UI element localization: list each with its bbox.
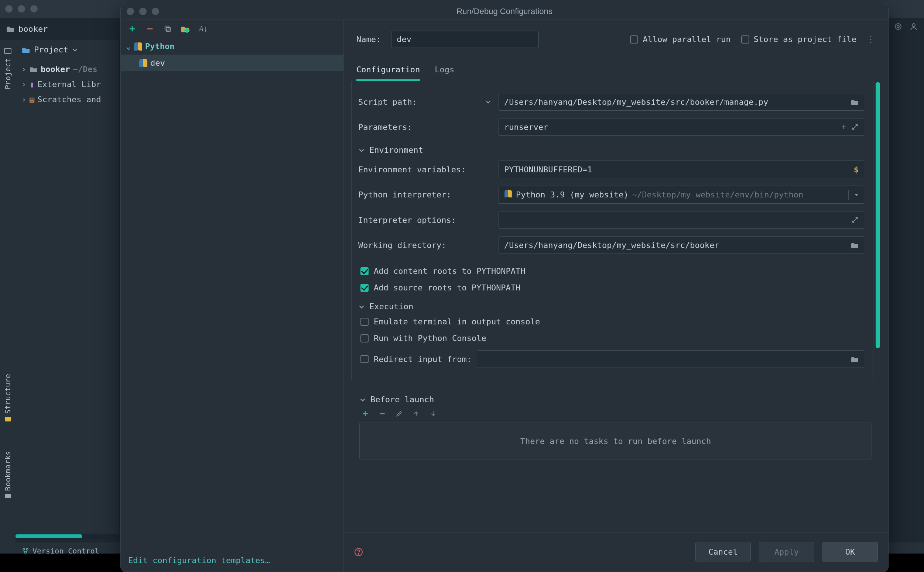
tree-ext-libs[interactable]: › ▮ External Libr <box>19 77 115 92</box>
structure-icon <box>5 417 11 421</box>
interp-opts-row: Interpreter options: <box>358 207 864 233</box>
tree-scratches[interactable]: › ▤ Scratches and <box>19 92 115 107</box>
window-controls <box>5 5 38 12</box>
python-icon <box>139 59 147 67</box>
emulate-terminal-label: Emulate terminal in output console <box>374 317 540 326</box>
project-h-scrollbar[interactable] <box>16 534 119 539</box>
svg-point-4 <box>23 549 25 550</box>
config-list-panel: A↓ ⌄ Python dev Edit configuration templ… <box>121 20 344 572</box>
copy-config-button[interactable] <box>163 24 173 34</box>
bl-remove-button[interactable] <box>379 410 386 417</box>
script-path-dropdown-button[interactable] <box>485 99 491 105</box>
breadcrumb-name: booker <box>19 24 48 34</box>
traffic-min[interactable] <box>18 5 25 12</box>
interp-opts-input[interactable] <box>499 211 864 229</box>
bl-up-button[interactable] <box>413 410 420 417</box>
tab-configuration-label: Configuration <box>356 65 420 74</box>
dialog-titlebar[interactable]: Run/Debug Configurations <box>121 3 888 20</box>
project-tool-icon[interactable] <box>3 47 12 55</box>
interpreter-row: Python interpreter: Python 3.9 (my_websi… <box>358 182 864 207</box>
help-button[interactable] <box>354 548 363 556</box>
target-icon[interactable] <box>894 22 902 31</box>
bl-down-button[interactable] <box>430 410 437 417</box>
user-icon[interactable] <box>909 22 918 31</box>
folder-icon <box>22 47 30 53</box>
interpreter-label: Python interpreter: <box>358 190 491 199</box>
name-label: Name: <box>356 35 381 44</box>
before-launch-section: Before launch There are no tasks to run … <box>359 389 872 459</box>
env-vars-edit-icon[interactable]: $ <box>854 165 859 174</box>
environment-section-header[interactable]: Environment <box>358 140 864 157</box>
tree-root[interactable]: › booker ~/Des <box>19 62 115 77</box>
form-scrollbar[interactable] <box>876 82 880 348</box>
dialog-traffic-close[interactable] <box>127 8 134 15</box>
expand-icon[interactable] <box>851 123 859 131</box>
python-console-label: Run with Python Console <box>374 334 486 343</box>
folder-config-button[interactable] <box>181 24 190 34</box>
script-path-row: Script path: /Users/hanyang/Desktop/my_w… <box>358 89 864 114</box>
browse-folder-icon[interactable] <box>851 241 859 249</box>
tab-configuration[interactable]: Configuration <box>356 65 420 81</box>
before-launch-header[interactable]: Before launch <box>359 389 872 406</box>
tree-scratches-label: Scratches and <box>37 95 101 104</box>
run-debug-config-dialog: Run/Debug Configurations A↓ ⌄ Python <box>120 3 888 572</box>
interpreter-dropdown-button[interactable] <box>848 190 864 200</box>
interpreter-select[interactable]: Python 3.9 (my_website) ~/Desktop/my_web… <box>499 186 864 204</box>
browse-folder-icon[interactable] <box>851 98 859 106</box>
config-toolbar: A↓ <box>121 20 343 37</box>
dialog-traffic-min[interactable] <box>139 8 146 15</box>
script-path-input[interactable]: /Users/hanyang/Desktop/my_website/src/bo… <box>499 93 864 111</box>
config-group-python[interactable]: ⌄ Python <box>121 38 343 54</box>
execution-section-header[interactable]: Execution <box>358 296 864 313</box>
svg-point-2 <box>912 23 915 26</box>
project-tree[interactable]: › booker ~/Des › ▮ External Libr › ▤ Scr… <box>16 59 119 109</box>
dialog-traffic-max[interactable] <box>152 8 159 15</box>
parameters-value: runserver <box>504 123 837 132</box>
bl-add-button[interactable] <box>361 410 369 417</box>
project-tool-label[interactable]: Project <box>3 58 12 89</box>
add-config-button[interactable] <box>128 24 137 34</box>
content-roots-checkbox[interactable]: Add content roots to PYTHONPATH <box>358 263 864 279</box>
chevron-down-icon[interactable] <box>72 47 78 53</box>
scrollbar-thumb[interactable] <box>16 535 82 538</box>
redirect-input-field[interactable] <box>477 350 864 368</box>
breadcrumb[interactable]: booker <box>7 20 48 37</box>
tab-logs-label: Logs <box>435 65 454 74</box>
dialog-window-controls <box>127 8 159 15</box>
tab-logs[interactable]: Logs <box>435 65 454 81</box>
emulate-terminal-checkbox[interactable]: Emulate terminal in output console <box>358 313 864 330</box>
allow-parallel-checkbox[interactable]: Allow parallel run <box>630 35 731 44</box>
python-console-checkbox[interactable]: Run with Python Console <box>358 330 864 347</box>
project-panel-header[interactable]: Project <box>16 40 119 59</box>
env-vars-input[interactable]: PYTHONUNBUFFERED=1 $ <box>499 160 864 178</box>
redirect-input-checkbox[interactable]: Redirect input from: <box>360 354 472 364</box>
source-roots-checkbox[interactable]: Add source roots to PYTHONPATH <box>358 279 864 296</box>
edit-templates-link[interactable]: Edit configuration templates… <box>121 549 343 572</box>
redirect-input-label: Redirect input from: <box>374 354 472 364</box>
config-item-dev[interactable]: dev <box>121 54 343 71</box>
more-options-button[interactable]: ⋮ <box>867 35 876 44</box>
sort-config-button[interactable]: A↓ <box>198 24 208 34</box>
traffic-max[interactable] <box>30 5 38 12</box>
svg-point-1 <box>897 25 899 28</box>
bookmarks-tool-label[interactable]: Bookmarks <box>3 451 12 491</box>
cancel-button[interactable]: Cancel <box>695 542 751 562</box>
browse-folder-icon[interactable] <box>851 355 859 363</box>
config-tree[interactable]: ⌄ Python dev <box>121 37 343 73</box>
apply-button[interactable]: Apply <box>759 542 814 562</box>
interpreter-path: ~/Desktop/my_website/env/bin/python <box>632 190 845 199</box>
expand-icon[interactable] <box>851 216 859 224</box>
structure-tool-label[interactable]: Structure <box>3 374 12 414</box>
before-launch-list[interactable]: There are no tasks to run before launch <box>359 423 872 459</box>
checkbox-box <box>360 318 369 326</box>
store-project-checkbox[interactable]: Store as project file <box>741 35 856 44</box>
name-input[interactable] <box>391 31 539 48</box>
add-macro-icon[interactable] <box>840 123 848 131</box>
svg-rect-7 <box>166 27 170 31</box>
workdir-input[interactable]: /Users/hanyang/Desktop/my_website/src/bo… <box>499 236 864 254</box>
traffic-close[interactable] <box>5 5 12 12</box>
parameters-input[interactable]: runserver <box>499 118 864 136</box>
bl-edit-button[interactable] <box>396 410 403 417</box>
remove-config-button[interactable] <box>145 24 155 34</box>
ok-button[interactable]: OK <box>823 542 878 562</box>
